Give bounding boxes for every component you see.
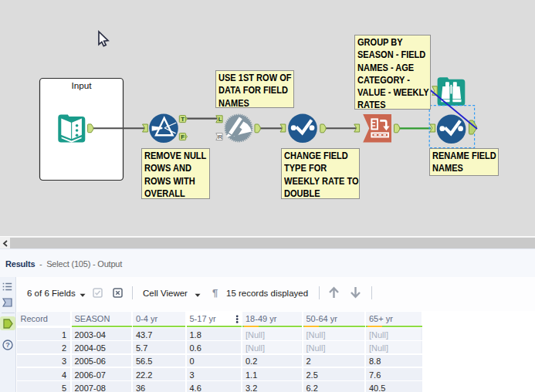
svg-text:R: R — [218, 133, 222, 140]
svg-text:T: T — [181, 116, 185, 123]
svg-text:Input: Input — [71, 80, 92, 91]
svg-text:?: ? — [5, 341, 10, 349]
svg-text:F: F — [181, 133, 185, 140]
svg-text:L: L — [218, 116, 222, 123]
